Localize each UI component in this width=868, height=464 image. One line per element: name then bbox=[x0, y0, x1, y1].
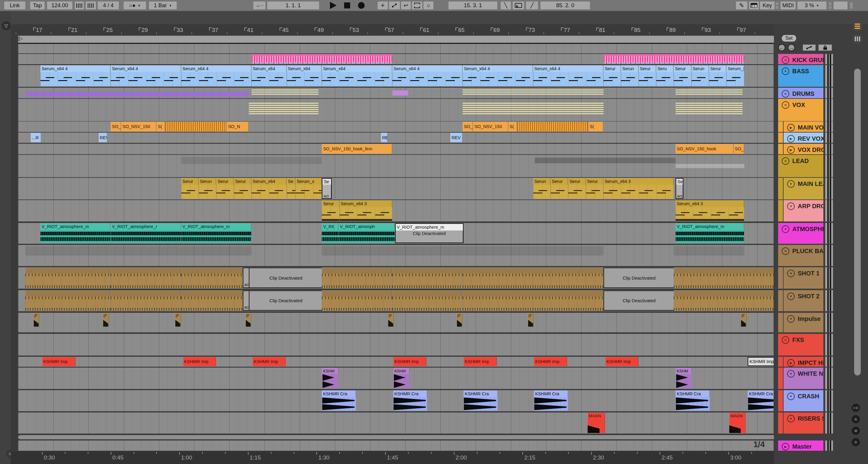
fold-icon[interactable]: ▼ bbox=[787, 370, 795, 377]
clip-serum-x64-4[interactable]: Serum_x64 4 bbox=[392, 65, 462, 86]
clip-serum-x64-4[interactable]: Serum_x64 4 bbox=[181, 65, 251, 86]
clip-v-riot-atmosphere-m[interactable]: V_RIOT_atmosphere_m bbox=[181, 223, 251, 243]
track-header-risers-sweep[interactable]: ▼RISERS SWEEP bbox=[783, 412, 824, 434]
nudge-up-button[interactable]: |||| bbox=[86, 1, 96, 9]
session-record-button[interactable] bbox=[412, 1, 422, 9]
clip-serum-x64[interactable]: Serum_x64 bbox=[251, 65, 286, 86]
computer-midi-keyboard-button[interactable] bbox=[749, 1, 759, 9]
clip-kshmr-imp[interactable]: KSHMR Imp bbox=[464, 357, 497, 366]
clip-kick-grupo[interactable] bbox=[603, 54, 744, 64]
fold-icon[interactable]: ▼ bbox=[787, 415, 795, 423]
back-to-arrangement-left-button[interactable]: ← bbox=[778, 44, 785, 51]
tap-tempo-button[interactable]: Tap bbox=[30, 1, 44, 9]
clip-kshmr-imp[interactable]: KSHMR Imp bbox=[605, 357, 639, 366]
clip-serum-x64[interactable]: Serum_x64 bbox=[251, 178, 286, 199]
reenable-automation-button[interactable]: ↩ bbox=[401, 1, 411, 9]
track-header-shot-2[interactable]: ▼SHOT 2 bbox=[783, 290, 824, 311]
track-header-rev-vox[interactable]: ▶REV VOX bbox=[783, 133, 824, 143]
fold-icon[interactable]: ▼ bbox=[787, 293, 795, 300]
clip-so-n[interactable]: SO_N bbox=[227, 122, 249, 131]
clip-se[interactable]: Seact bbox=[676, 178, 683, 199]
clip-shot-1[interactable] bbox=[25, 268, 111, 288]
play-icon[interactable]: ▶ bbox=[787, 146, 795, 154]
tempo-field[interactable]: 124.00 bbox=[47, 1, 72, 9]
cpu-meter[interactable]: 3 %▼ bbox=[798, 1, 826, 9]
clip-f[interactable]: (F bbox=[457, 313, 462, 327]
clip-magn[interactable]: MAGN bbox=[729, 413, 746, 433]
clip-rev[interactable]: REV bbox=[99, 133, 107, 142]
fold-icon[interactable]: ▼ bbox=[787, 202, 795, 210]
clip-s[interactable]: S( bbox=[588, 122, 603, 131]
track-header-master[interactable]: ▶Master bbox=[778, 440, 824, 451]
clip-s[interactable]: S( bbox=[508, 122, 517, 131]
clip-serur[interactable]: Serur bbox=[181, 178, 198, 199]
clip-f[interactable]: (F bbox=[246, 313, 251, 327]
clip-clip-deactivated[interactable]: Clip Deactivated bbox=[603, 291, 675, 311]
clip-shot-1[interactable] bbox=[181, 268, 243, 288]
group-icon[interactable]: ≡ bbox=[782, 157, 789, 165]
clip-serun[interactable]: Serun bbox=[199, 178, 216, 199]
clip-so[interactable]: SO_ bbox=[734, 144, 744, 154]
group-icon[interactable]: ≡ bbox=[782, 247, 789, 255]
loop-marker-button[interactable]: ○ bbox=[424, 1, 433, 9]
clip-serum-x64[interactable]: Serum_x64 bbox=[322, 65, 392, 86]
clip-so[interactable]: SO_ bbox=[111, 122, 121, 131]
clip-f[interactable]: (F bbox=[388, 313, 394, 327]
clip-se[interactable]: Se bbox=[287, 178, 295, 199]
clip-serur[interactable]: Serur bbox=[322, 200, 339, 221]
group-icon[interactable]: ≡ bbox=[782, 336, 789, 344]
track-header-shot-1[interactable]: ▼SHOT 1 bbox=[783, 267, 824, 289]
clip-kshmr-imp[interactable]: KSHMR Imp bbox=[183, 357, 216, 366]
clip-serum-x64-3[interactable]: Serum_x64 3 bbox=[603, 178, 674, 199]
fold-icon[interactable]: ▼ bbox=[787, 393, 795, 400]
clip-serum-x64[interactable]: Serum_x64 bbox=[287, 65, 322, 86]
track-header-white-noise[interactable]: ▼WHITE NOISE bbox=[783, 368, 824, 389]
clip-serur[interactable]: Serur bbox=[603, 65, 621, 86]
clip-clip-deactivated[interactable]: Clip Deactivated bbox=[249, 291, 323, 311]
metronome-button[interactable]: ○●▼ bbox=[124, 1, 146, 9]
clip-kshmr-cra[interactable]: KSHMR Cra bbox=[748, 391, 774, 411]
track-header-kick-grupo[interactable]: ≡KICK GRUPO bbox=[778, 54, 824, 64]
clip-serum-x64-4[interactable]: Serum_x64 4 bbox=[463, 65, 533, 86]
grid-size-label[interactable]: 1/4 bbox=[753, 440, 765, 449]
clip-v-riot-atmosphere-m[interactable]: V_RIOT_atmosphere_m bbox=[40, 223, 111, 243]
clip-shot-2[interactable] bbox=[181, 291, 243, 311]
clip-kshmr-imp[interactable]: KSHMR Imp bbox=[42, 357, 75, 366]
loop-length-field[interactable]: 85. 2. 0 bbox=[540, 1, 590, 9]
clip-so-nsv-150-hook-fem[interactable]: SO_NSV_150_hook_fem bbox=[322, 144, 392, 154]
arrangement-position-field[interactable]: 1. 1. 1 bbox=[267, 1, 319, 9]
loop-switch[interactable] bbox=[513, 1, 524, 9]
midi-overdub-button[interactable]: + bbox=[378, 1, 388, 9]
clip-serum-x64-3[interactable]: Serum_x64 3 bbox=[340, 200, 392, 221]
clip-so-nsv-150-hook[interactable]: SO_NSV_150_hook bbox=[676, 144, 734, 154]
clip-kshmr-imp[interactable]: KSHMR Imp bbox=[252, 357, 286, 366]
clip-so[interactable]: SO_ bbox=[463, 122, 473, 131]
clip-f[interactable]: (F bbox=[741, 313, 746, 327]
track-header-main-vox[interactable]: ▶MAIN VOX bbox=[783, 122, 824, 132]
clip-clip-deactivated[interactable]: Clip Deactivated bbox=[249, 268, 323, 288]
clip-kshmr-imp[interactable]: KSHMR Imp bbox=[748, 357, 774, 366]
clip-serur[interactable]: Serur bbox=[551, 178, 568, 199]
back-to-arrangement-right-button[interactable]: → bbox=[788, 44, 795, 51]
automation-arm-button[interactable] bbox=[389, 1, 400, 9]
automation-mode-button[interactable] bbox=[803, 44, 815, 51]
lock-envelopes-button[interactable] bbox=[818, 44, 832, 51]
set-button[interactable]: Set bbox=[782, 35, 796, 41]
clip-v-riot-atmosphere-m[interactable]: V_RIOT_atmosphere_m bbox=[676, 223, 744, 243]
clip-rev[interactable]: REV bbox=[381, 133, 388, 142]
clip-f[interactable]: (F bbox=[175, 313, 181, 327]
draw-mode-button[interactable]: ✎ bbox=[736, 1, 747, 9]
clip-kshmr-imp[interactable]: KSHMR Imp bbox=[534, 357, 567, 366]
clip-serur[interactable]: Serur bbox=[568, 178, 585, 199]
clip-f[interactable]: (F bbox=[528, 313, 533, 327]
clip-serur[interactable]: Serur bbox=[234, 178, 251, 199]
clip-kshmr-cra[interactable]: KSHMR Cra bbox=[534, 391, 568, 411]
track-header-bass[interactable]: ▼BASS bbox=[778, 65, 824, 87]
clip-serum-x[interactable]: Serum_x bbox=[296, 178, 322, 199]
group-icon[interactable]: ≡ bbox=[782, 101, 789, 109]
clip-serur[interactable]: Serur bbox=[709, 65, 726, 86]
show-overview-button[interactable] bbox=[852, 21, 863, 31]
clip-f[interactable]: (F bbox=[103, 313, 108, 327]
follow-button[interactable]: →·· bbox=[253, 1, 266, 9]
clip-serur[interactable]: Serur bbox=[674, 65, 691, 86]
